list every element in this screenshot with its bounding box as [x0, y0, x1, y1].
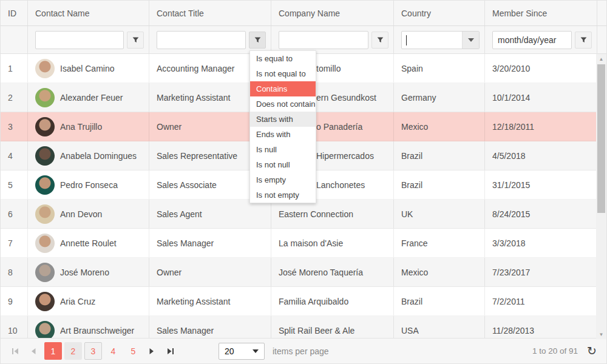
column-header-id[interactable]: ID [1, 1, 28, 25]
cell-contact-name: Aria Cruz [28, 287, 149, 316]
filter-operator-menu: Is equal to Is not equal to Contains Doe… [249, 50, 316, 203]
cell-contact-name: Annette Roulet [28, 229, 149, 258]
cell-id: 3 [1, 112, 28, 141]
cell-member-since: 7/23/2017 [485, 258, 597, 287]
avatar [35, 117, 55, 136]
scroll-up-icon[interactable]: ▲ [596, 54, 606, 64]
menu-item-is-not-null[interactable]: Is not null [250, 157, 316, 172]
member-since-filter-input[interactable] [492, 31, 572, 49]
contact-title-filter-button[interactable] [249, 32, 266, 49]
cell-company-name: La maison d'Asie [271, 229, 394, 258]
avatar [35, 59, 55, 78]
cell-id: 10 [1, 316, 28, 339]
contact-name-filter-input[interactable] [35, 31, 124, 49]
cell-member-since: 8/24/2015 [485, 200, 597, 229]
cell-company-name: Split Rail Beer & Ale [271, 316, 394, 339]
chevron-down-icon [253, 349, 259, 353]
cell-country: USA [394, 316, 485, 339]
page-button-5[interactable]: 5 [124, 342, 142, 360]
cell-member-since: 7/2/2011 [485, 287, 597, 316]
column-header-contact-title[interactable]: Contact Title [149, 1, 271, 25]
menu-item-is-null[interactable]: Is null [250, 142, 316, 157]
scrollbar-thumb[interactable] [597, 64, 605, 213]
table-row[interactable]: 6 Ann Devon Sales Agent Eastern Connecti… [1, 200, 606, 229]
page-button-4[interactable]: 4 [104, 342, 122, 360]
menu-item-ends-with[interactable]: Ends with [250, 127, 316, 142]
column-header-company-name[interactable]: Company Name [271, 1, 394, 25]
last-page-icon [166, 348, 174, 355]
next-page-button[interactable] [144, 342, 159, 360]
last-page-button[interactable] [163, 342, 177, 360]
menu-item-does-not-contain[interactable]: Does not contain [250, 96, 316, 112]
cell-country: France [394, 229, 485, 258]
menu-item-is-not-empty[interactable]: Is not empty [250, 187, 316, 203]
previous-page-button[interactable] [26, 342, 41, 360]
cell-id: 8 [1, 258, 28, 287]
menu-item-starts-with[interactable]: Starts with [250, 112, 316, 127]
cell-contact-name: Anabela Domingues [28, 141, 149, 170]
member-since-filter-button[interactable] [575, 32, 592, 49]
refresh-icon[interactable]: ↻ [587, 345, 597, 357]
table-row[interactable]: 9 Aria Cruz Marketing Assistant Familia … [1, 287, 606, 316]
filter-cell-id [1, 26, 28, 53]
country-filter-combobox[interactable] [401, 31, 480, 49]
cell-member-since: 4/5/2018 [485, 141, 597, 170]
cell-id: 9 [1, 287, 28, 316]
contact-name-filter-button[interactable] [127, 32, 144, 49]
cell-contact-title: Sales Manager [149, 229, 271, 258]
country-filter-input[interactable] [402, 32, 462, 49]
column-header-filler [597, 1, 607, 25]
country-dropdown-button[interactable] [462, 32, 479, 49]
filter-funnel-icon [376, 36, 384, 44]
cell-company-name: Familia Arquibaldo [271, 287, 394, 316]
column-header-country[interactable]: Country [394, 1, 485, 25]
menu-item-is-not-equal-to[interactable]: Is not equal to [250, 66, 316, 81]
cell-country: Germany [394, 83, 485, 112]
cell-country: Spain [394, 54, 485, 83]
cell-contact-title: Sales Agent [149, 200, 271, 229]
avatar [35, 234, 55, 253]
cell-country: Brazil [394, 287, 485, 316]
avatar [35, 321, 55, 340]
table-row[interactable]: 8 José Moreno Owner José Moreno Taquería… [1, 258, 606, 287]
menu-item-is-equal-to[interactable]: Is equal to [250, 51, 316, 66]
menu-item-contains[interactable]: Contains [250, 81, 316, 96]
filter-funnel-icon [580, 36, 588, 44]
cell-country: Brazil [394, 141, 485, 170]
pager-info: 1 to 20 of 91 [532, 346, 578, 356]
menu-item-is-empty[interactable]: Is empty [250, 172, 316, 187]
table-row[interactable]: 10 Art Braunschweiger Sales Manager Spli… [1, 316, 606, 339]
scroll-down-icon[interactable]: ▼ [596, 329, 606, 339]
cell-id: 4 [1, 141, 28, 170]
filter-cell-member-since [485, 26, 597, 53]
page-size-select[interactable]: 20 [219, 343, 265, 360]
cell-contact-name: Isabel Camino [28, 54, 149, 83]
cell-id: 7 [1, 229, 28, 258]
first-page-button[interactable] [8, 342, 22, 360]
page-button-1[interactable]: 1 [44, 342, 62, 360]
column-header-contact-name[interactable]: Contact Name [28, 1, 149, 25]
contact-title-filter-input[interactable] [157, 31, 246, 49]
avatar [35, 263, 55, 282]
cell-member-since: 3/3/2018 [485, 229, 597, 258]
page-button-3[interactable]: 3 [84, 342, 102, 360]
cell-member-since: 3/20/2010 [485, 54, 597, 83]
column-header-member-since[interactable]: Member Since [485, 1, 597, 25]
page-button-2[interactable]: 2 [64, 342, 82, 360]
cell-country: Brazil [394, 170, 485, 200]
cell-member-since: 31/1/2015 [485, 170, 597, 200]
vertical-scrollbar[interactable]: ▲ ▼ [596, 54, 606, 339]
cell-country: UK [394, 200, 485, 229]
cell-contact-name: Alexander Feuer [28, 83, 149, 112]
data-grid: ID Contact Name Contact Title Company Na… [0, 0, 607, 364]
table-row[interactable]: 7 Annette Roulet Sales Manager La maison… [1, 229, 606, 258]
avatar [35, 88, 55, 107]
company-name-filter-input[interactable] [279, 31, 368, 49]
cell-member-since: 10/1/2014 [485, 83, 597, 112]
company-name-filter-button[interactable] [371, 32, 388, 49]
cell-member-since: 12/18/2011 [485, 112, 597, 141]
cell-contact-name: Ann Devon [28, 200, 149, 229]
filter-cell-company-name [271, 26, 394, 53]
filter-funnel-icon [254, 36, 262, 44]
avatar [35, 175, 55, 195]
